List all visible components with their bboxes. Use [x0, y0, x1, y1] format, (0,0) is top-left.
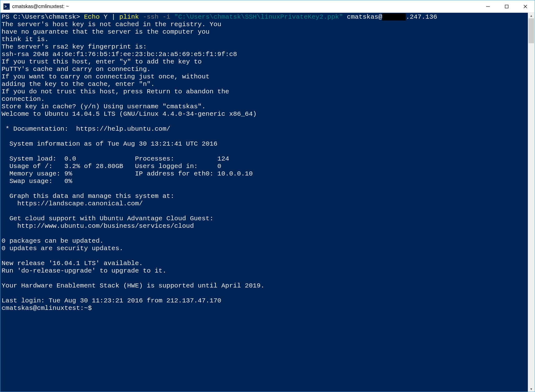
out-line: New release '16.04.1 LTS' available.	[2, 260, 143, 267]
shell-prompt: cmatskas@cmlinuxtest:~$	[2, 305, 92, 312]
out-line: connection.	[2, 96, 45, 103]
out-line: System load: 0.0 Processes: 124	[2, 155, 229, 162]
scroll-down-arrow-icon[interactable]: ▼	[528, 386, 535, 392]
out-line: PuTTY's cache and carry on connecting.	[2, 66, 151, 73]
out-line: Last login: Tue Aug 30 11:23:21 2016 fro…	[2, 297, 221, 304]
out-line: Get cloud support with Ubuntu Advantage …	[2, 215, 214, 222]
cmd-redacted-ip: XXXXXX	[382, 13, 406, 21]
out-line: If you want to carry on connecting just …	[2, 73, 210, 80]
cmd-keypath: "C:\Users\chmatsk\SSH\linuxPrivateKey2.p…	[174, 13, 347, 21]
out-line: Memory usage: 9% IP address for eth0: 10…	[2, 170, 253, 177]
out-line: adding the key to the cache, enter "n".	[2, 81, 154, 88]
maximize-icon	[504, 4, 509, 9]
out-line: The server's host key is not cached in t…	[2, 21, 221, 28]
titlebar[interactable]: >_ cmatskas@cmlinuxtest: ~	[0, 0, 535, 13]
powershell-window: >_ cmatskas@cmlinuxtest: ~ PS C:\Users\c…	[0, 0, 535, 392]
close-icon	[523, 4, 528, 9]
out-line: Swap usage: 0%	[2, 178, 72, 185]
out-line: The server's rsa2 key fingerprint is:	[2, 43, 147, 50]
cmd-ip-tail: .247.136	[406, 13, 437, 21]
window-title: cmatskas@cmlinuxtest: ~	[12, 4, 479, 9]
window-controls	[479, 0, 535, 12]
cmd-plink: plink	[119, 13, 143, 21]
out-line: have no guarantee that the server is the…	[2, 28, 210, 35]
close-button[interactable]	[516, 0, 535, 12]
minimize-icon	[486, 4, 490, 9]
cmd-echo: Echo	[84, 13, 104, 21]
ps-prompt-prefix: PS C:\Users\chmatsk>	[2, 13, 84, 21]
out-line: Store key in cache? (y/n) Using username…	[2, 103, 206, 110]
out-line: System information as of Tue Aug 30 13:2…	[2, 140, 217, 147]
cmd-pipe: |	[111, 13, 119, 21]
out-line: 0 updates are security updates.	[2, 245, 123, 252]
terminal-output[interactable]: PS C:\Users\chmatsk> Echo Y | plink -ssh…	[0, 13, 528, 392]
out-line: If you do not trust this host, press Ret…	[2, 88, 229, 95]
out-line: If you trust this host, enter "y" to add…	[2, 58, 202, 65]
out-line: Your Hardware Enablement Stack (HWE) is …	[2, 282, 264, 289]
scroll-up-arrow-icon[interactable]: ▲	[528, 13, 535, 18]
minimize-button[interactable]	[479, 0, 497, 12]
cmd-userhost: cmatskas@	[347, 13, 382, 21]
svg-rect-1	[505, 5, 508, 8]
out-line: * Documentation: https://help.ubuntu.com…	[2, 125, 170, 133]
cmd-flags: -ssh -i	[143, 13, 174, 21]
out-line: Welcome to Ubuntu 14.04.5 LTS (GNU/Linux…	[2, 110, 257, 118]
terminal-area[interactable]: PS C:\Users\chmatsk> Echo Y | plink -ssh…	[0, 13, 535, 392]
out-line: http://www.ubuntu.com/business/services/…	[2, 222, 194, 230]
powershell-icon: >_	[3, 3, 10, 10]
out-line: Usage of /: 3.2% of 28.80GB Users logged…	[2, 163, 221, 170]
out-line: Graph this data and manage this system a…	[2, 193, 174, 200]
out-line: ssh-rsa 2048 a4:6e:f1:76:b5:1f:ee:23:bc:…	[2, 51, 237, 58]
scrollbar-thumb[interactable]	[528, 18, 534, 43]
out-line: Run 'do-release-upgrade' to upgrade to i…	[2, 267, 166, 274]
out-line: think it is.	[2, 36, 49, 43]
out-line: 0 packages can be updated.	[2, 237, 104, 245]
vertical-scrollbar[interactable]: ▲ ▼	[528, 13, 535, 392]
out-line: https://landscape.canonical.com/	[2, 200, 143, 207]
maximize-button[interactable]	[497, 0, 516, 12]
cmd-y: Y	[104, 13, 111, 21]
